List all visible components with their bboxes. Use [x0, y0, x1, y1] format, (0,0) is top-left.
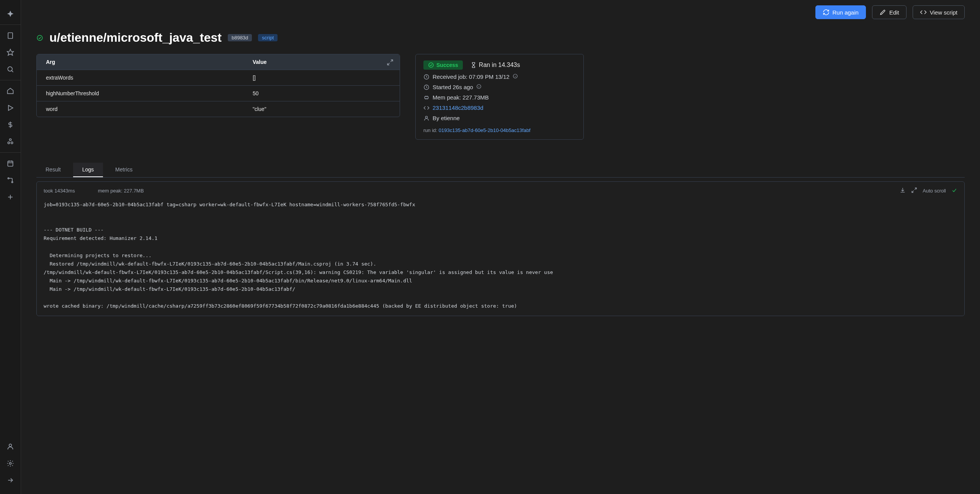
svg-line-44: [915, 188, 917, 190]
view-script-button[interactable]: View script: [913, 5, 965, 19]
table-row: highNumberThreshold 50: [37, 85, 400, 101]
svg-point-11: [8, 142, 10, 144]
memory-icon: [423, 95, 430, 101]
arg-name: word: [46, 106, 253, 112]
run-id-row: run id: 0193c135-ab7d-60e5-2b10-04b5ac13…: [423, 127, 576, 133]
ran-in: Ran in 14.343s: [470, 62, 520, 68]
gear-icon[interactable]: [3, 456, 18, 471]
auto-scroll-label: Auto scroll: [923, 188, 946, 194]
args-header-value: Value: [253, 59, 390, 65]
clock-icon: [423, 84, 430, 90]
svg-point-24: [37, 35, 42, 41]
tabs: Result Logs Metrics: [36, 163, 965, 178]
svg-marker-8: [8, 105, 13, 110]
expand-logs-icon[interactable]: [911, 187, 917, 194]
svg-point-18: [11, 181, 13, 183]
tab-result[interactable]: Result: [36, 163, 70, 177]
svg-rect-36: [425, 96, 428, 98]
logs-mem-peak: mem peak: 227.7MB: [98, 188, 144, 194]
svg-point-17: [8, 178, 9, 179]
clock-icon: [423, 74, 430, 80]
info-icon[interactable]: [513, 73, 518, 80]
run-id-label: run id:: [423, 127, 439, 133]
started-ago: Started 26s ago: [423, 84, 576, 90]
route-icon[interactable]: [3, 173, 18, 188]
arg-name: extraWords: [46, 75, 253, 81]
tab-metrics[interactable]: Metrics: [106, 163, 142, 177]
info-icon[interactable]: [476, 84, 482, 90]
edit-button[interactable]: Edit: [872, 5, 906, 19]
svg-line-7: [11, 70, 13, 72]
pencil-icon: [879, 9, 886, 16]
log-output: job=0193c135-ab7d-60e5-2b10-04b5ac13fabf…: [44, 201, 957, 310]
code-icon: [920, 9, 927, 16]
expand-icon[interactable]: [387, 59, 394, 67]
arg-value: 50: [253, 90, 390, 96]
commit-link[interactable]: 23131148c2b8983d: [433, 104, 483, 111]
svg-point-21: [9, 444, 12, 447]
received-job: Received job: 07:09 PM 13/12: [423, 73, 576, 80]
edit-label: Edit: [889, 9, 899, 16]
user-icon: [423, 115, 430, 121]
svg-line-26: [387, 63, 389, 65]
home-icon[interactable]: [3, 83, 18, 99]
logo-icon[interactable]: [3, 6, 18, 21]
check-circle-icon: [428, 62, 434, 68]
refresh-icon: [823, 9, 830, 16]
status-label: Success: [436, 62, 458, 68]
status-badge: Success: [423, 60, 463, 70]
args-table: Arg Value extraWords [] highNumberThresh…: [36, 54, 400, 117]
building-icon[interactable]: [3, 28, 18, 43]
page-header: u/etienne/microsoft_java_test b8983d scr…: [36, 31, 965, 45]
svg-point-6: [8, 67, 12, 71]
auto-scroll-check-icon[interactable]: [951, 187, 957, 194]
arg-value: "clue": [253, 106, 390, 112]
hourglass-icon: [470, 62, 477, 68]
user-icon[interactable]: [3, 439, 18, 454]
code-icon: [423, 105, 430, 111]
commit-hash: 23131148c2b8983d: [423, 104, 576, 111]
boxes-icon[interactable]: [3, 134, 18, 149]
by-user: By etienne: [423, 115, 576, 121]
args-panel: Arg Value extraWords [] highNumberThresh…: [36, 54, 400, 117]
view-script-label: View script: [930, 9, 957, 16]
run-again-label: Run again: [833, 9, 859, 16]
sidebar: [0, 0, 21, 494]
topbar: Run again Edit View script: [36, 5, 965, 19]
star-icon[interactable]: [3, 45, 18, 60]
type-badge: script: [258, 34, 278, 41]
svg-point-43: [425, 116, 427, 118]
table-row: word "clue": [37, 101, 400, 117]
svg-point-10: [10, 139, 11, 141]
dollar-icon[interactable]: [3, 117, 18, 132]
mem-peak: Mem peak: 227.73MB: [423, 94, 576, 101]
svg-point-12: [11, 142, 13, 144]
play-icon[interactable]: [3, 100, 18, 116]
hash-badge: b8983d: [228, 34, 252, 41]
arg-value: []: [253, 75, 390, 81]
table-row: extraWords []: [37, 70, 400, 85]
download-icon[interactable]: [900, 187, 906, 194]
main-content: Run again Edit View script u/etienne/mic…: [21, 0, 980, 494]
search-icon[interactable]: [3, 62, 18, 77]
svg-point-22: [10, 463, 11, 465]
run-again-button[interactable]: Run again: [815, 5, 866, 19]
args-header-arg: Arg: [46, 59, 253, 65]
svg-rect-0: [8, 33, 13, 39]
success-circle-icon: [36, 34, 43, 41]
svg-line-45: [912, 191, 914, 192]
arg-name: highNumberThreshold: [46, 90, 253, 96]
svg-rect-13: [8, 161, 13, 166]
plus-icon[interactable]: [3, 189, 18, 205]
logs-took: took 14343ms: [44, 188, 75, 194]
tab-logs[interactable]: Logs: [73, 163, 103, 177]
run-id-link[interactable]: 0193c135-ab7d-60e5-2b10-04b5ac13fabf: [439, 127, 531, 133]
page-title: u/etienne/microsoft_java_test: [49, 31, 222, 45]
svg-line-25: [391, 60, 393, 62]
arrow-right-icon[interactable]: [3, 473, 18, 488]
svg-marker-5: [7, 49, 14, 55]
meta-panel: Success Ran in 14.343s Received job: 07:…: [415, 54, 584, 140]
calendar-icon[interactable]: [3, 156, 18, 171]
logs-panel: took 14343ms mem peak: 227.7MB Auto scro…: [36, 181, 965, 316]
